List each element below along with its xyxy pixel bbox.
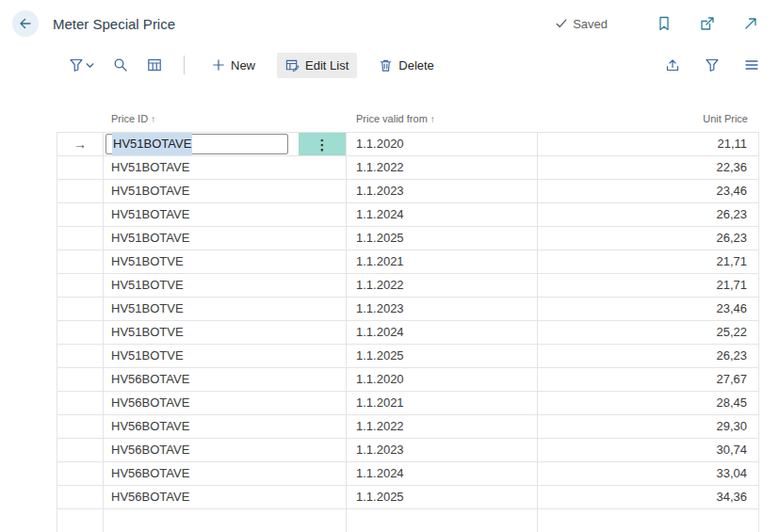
unit-price-cell[interactable]: 21,71: [538, 274, 759, 298]
table-row[interactable]: HV56BOTAVE1.1.202433,04: [57, 462, 759, 486]
row-selector-cell[interactable]: [57, 345, 104, 368]
table-row[interactable]: HV56BOTAVE1.1.202128,45: [57, 392, 759, 415]
table-row[interactable]: HV56BOTAVE1.1.202027,67: [57, 368, 759, 392]
price-valid-from-cell[interactable]: [347, 509, 538, 532]
price-valid-from-cell[interactable]: 1.1.2024: [347, 203, 538, 227]
price-valid-from-cell[interactable]: 1.1.2022: [347, 156, 538, 180]
row-selector-cell[interactable]: [57, 274, 104, 298]
price-id-cell[interactable]: HV56BOTAVE: [104, 415, 347, 439]
price-id-cell[interactable]: HV56BOTAVE: [104, 486, 347, 509]
column-header-unit-price[interactable]: Unit Price: [703, 113, 748, 124]
analyze-button[interactable]: [144, 55, 165, 75]
row-selector-cell[interactable]: [57, 368, 104, 392]
row-selector-cell[interactable]: [57, 462, 104, 486]
price-id-cell[interactable]: HV51BOTVE: [104, 298, 347, 321]
table-row[interactable]: HV51BOTAVE1.1.202222,36: [57, 156, 759, 180]
row-selector-cell[interactable]: [57, 250, 104, 274]
table-row[interactable]: HV51BOTAVE1.1.202426,23: [57, 203, 759, 227]
price-id-cell[interactable]: HV51BOTAVE: [104, 180, 347, 203]
price-id-input[interactable]: HV51BOTAVE: [105, 134, 288, 154]
unit-price-cell[interactable]: 21,71: [538, 250, 759, 274]
edit-list-button[interactable]: Edit List: [277, 53, 357, 78]
row-selector-cell[interactable]: [57, 509, 104, 532]
price-id-cell[interactable]: HV51BOTAVE⋮: [104, 133, 347, 156]
table-row[interactable]: HV51BOTAVE1.1.202526,23: [57, 227, 759, 250]
unit-price-cell[interactable]: 23,46: [538, 298, 759, 321]
row-selector-cell[interactable]: [57, 321, 104, 345]
row-selector-cell[interactable]: [57, 392, 104, 415]
unit-price-cell[interactable]: 26,23: [538, 345, 759, 368]
table-row[interactable]: HV56BOTAVE1.1.202330,74: [57, 439, 759, 462]
table-row[interactable]: HV56BOTAVE1.1.202229,30: [57, 415, 759, 439]
price-valid-from-cell[interactable]: 1.1.2025: [347, 227, 538, 250]
table-row[interactable]: HV51BOTVE1.1.202121,71: [57, 250, 759, 274]
price-id-cell[interactable]: HV51BOTVE: [104, 250, 347, 274]
table-row[interactable]: HV51BOTAVE1.1.202323,46: [57, 180, 759, 203]
column-header-price-id[interactable]: Price ID ↑: [111, 113, 155, 124]
row-selector-cell[interactable]: [57, 486, 104, 509]
price-valid-from-cell[interactable]: 1.1.2024: [347, 321, 538, 345]
price-valid-from-cell[interactable]: 1.1.2020: [347, 133, 538, 156]
table-row-empty[interactable]: [57, 509, 759, 532]
bookmark-button[interactable]: [655, 14, 674, 33]
column-header-price-valid-from[interactable]: Price valid from ↑: [356, 113, 435, 124]
options-menu-button[interactable]: [741, 55, 762, 75]
unit-price-cell[interactable]: 30,74: [538, 439, 759, 462]
price-id-cell[interactable]: HV51BOTAVE: [104, 203, 347, 227]
open-in-window-button[interactable]: [698, 14, 717, 33]
price-valid-from-cell[interactable]: 1.1.2022: [347, 415, 538, 439]
price-id-cell[interactable]: HV51BOTVE: [104, 321, 347, 345]
price-valid-from-cell[interactable]: 1.1.2020: [347, 368, 538, 392]
unit-price-cell[interactable]: 29,30: [538, 415, 759, 439]
unit-price-cell[interactable]: 33,04: [538, 462, 759, 486]
unit-price-cell[interactable]: 23,46: [538, 180, 759, 203]
unit-price-cell[interactable]: 27,67: [538, 368, 759, 392]
price-id-cell[interactable]: HV56BOTAVE: [104, 368, 347, 392]
price-id-cell[interactable]: HV51BOTVE: [104, 274, 347, 298]
expand-button[interactable]: [741, 14, 760, 33]
row-selector-cell[interactable]: [57, 156, 104, 180]
row-selector-cell[interactable]: [57, 227, 104, 250]
share-button[interactable]: [662, 55, 683, 75]
price-valid-from-cell[interactable]: 1.1.2025: [347, 486, 538, 509]
filter-button[interactable]: [702, 55, 722, 75]
row-selector-cell[interactable]: [57, 298, 104, 321]
price-valid-from-cell[interactable]: 1.1.2021: [347, 392, 538, 415]
back-button[interactable]: [12, 10, 39, 37]
price-id-cell[interactable]: HV56BOTAVE: [104, 392, 347, 415]
row-selector-cell[interactable]: [57, 415, 104, 439]
unit-price-cell[interactable]: 22,36: [538, 156, 759, 180]
table-row[interactable]: →HV51BOTAVE⋮1.1.202021,11: [57, 133, 759, 156]
price-valid-from-cell[interactable]: 1.1.2022: [347, 274, 538, 298]
price-valid-from-cell[interactable]: 1.1.2024: [347, 462, 538, 486]
price-id-cell[interactable]: HV51BOTAVE: [104, 227, 347, 250]
row-selector-cell[interactable]: →: [57, 133, 104, 156]
filter-dropdown-button[interactable]: [66, 55, 97, 75]
price-valid-from-cell[interactable]: 1.1.2025: [347, 345, 538, 368]
unit-price-cell[interactable]: 26,23: [538, 227, 759, 250]
table-row[interactable]: HV51BOTVE1.1.202221,71: [57, 274, 759, 298]
table-row[interactable]: HV56BOTAVE1.1.202534,36: [57, 486, 759, 509]
price-id-cell[interactable]: HV51BOTAVE: [104, 156, 347, 180]
table-row[interactable]: HV51BOTVE1.1.202425,22: [57, 321, 759, 345]
unit-price-cell[interactable]: 21,11: [538, 133, 759, 156]
row-selector-cell[interactable]: [57, 180, 104, 203]
new-button[interactable]: New: [203, 53, 264, 78]
table-row[interactable]: HV51BOTVE1.1.202323,46: [57, 298, 759, 321]
unit-price-cell[interactable]: 28,45: [538, 392, 759, 415]
row-selector-cell[interactable]: [57, 439, 104, 462]
price-id-cell[interactable]: HV56BOTAVE: [104, 462, 347, 486]
unit-price-cell[interactable]: 25,22: [538, 321, 759, 345]
unit-price-cell[interactable]: [538, 509, 759, 532]
price-id-cell[interactable]: [104, 509, 347, 532]
price-valid-from-cell[interactable]: 1.1.2021: [347, 250, 538, 274]
price-valid-from-cell[interactable]: 1.1.2023: [347, 180, 538, 203]
row-menu-button[interactable]: ⋮: [299, 133, 346, 155]
price-id-cell[interactable]: HV56BOTAVE: [104, 439, 347, 462]
price-valid-from-cell[interactable]: 1.1.2023: [347, 439, 538, 462]
price-id-cell[interactable]: HV51BOTVE: [104, 345, 347, 368]
price-valid-from-cell[interactable]: 1.1.2023: [347, 298, 538, 321]
unit-price-cell[interactable]: 26,23: [538, 203, 759, 227]
table-row[interactable]: HV51BOTVE1.1.202526,23: [57, 345, 759, 368]
delete-button[interactable]: Delete: [370, 53, 443, 78]
